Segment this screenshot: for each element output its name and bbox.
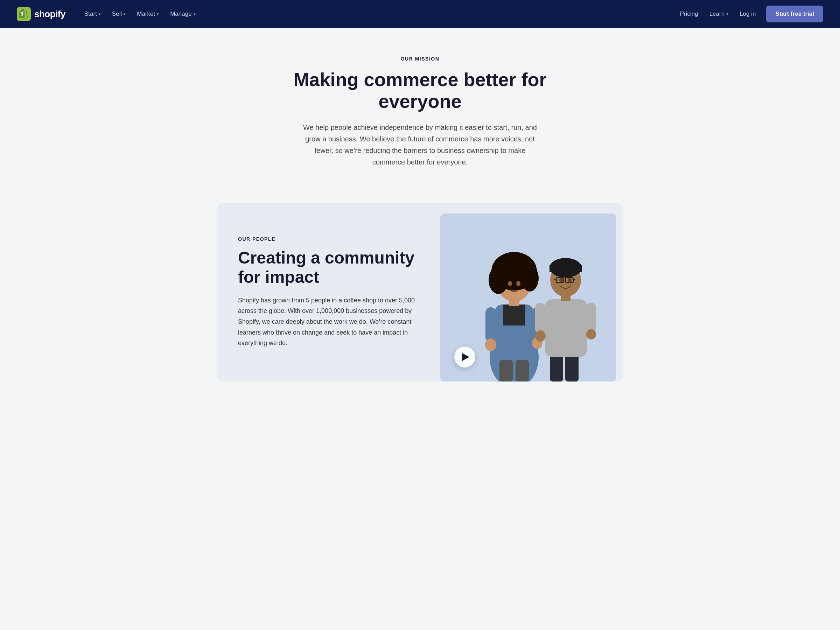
hero-title: Making commerce better for everyone [280, 69, 560, 112]
svg-point-28 [568, 278, 572, 283]
secondary-nav-links: Pricing Learn ▾ Log in Start free trial [675, 6, 823, 22]
logo-text: shopify [34, 9, 65, 20]
people-section: OUR PEOPLE Creating a community for impa… [0, 203, 840, 403]
primary-nav-links: Start ▾ Sell ▾ Market ▾ Manage ▾ [79, 8, 675, 20]
svg-point-37 [586, 329, 596, 339]
nav-market[interactable]: Market ▾ [132, 8, 164, 20]
people-card: OUR PEOPLE Creating a community for impa… [217, 203, 623, 382]
people-image-wrapper [440, 203, 623, 382]
svg-rect-21 [565, 354, 579, 382]
nav-login[interactable]: Log in [735, 8, 761, 20]
hero-subtitle: We help people achieve independence by m… [301, 122, 539, 168]
nav-sell[interactable]: Sell ▾ [107, 8, 131, 20]
people-photo [440, 213, 616, 382]
learn-chevron-icon: ▾ [726, 12, 728, 16]
nav-start[interactable]: Start ▾ [79, 8, 106, 20]
people-content: OUR PEOPLE Creating a community for impa… [217, 203, 440, 382]
svg-rect-22 [545, 299, 587, 357]
svg-rect-20 [550, 354, 563, 382]
svg-rect-35 [586, 303, 596, 333]
people-title: Creating a community for impact [238, 248, 419, 287]
svg-point-10 [495, 257, 516, 275]
svg-point-13 [516, 281, 521, 286]
svg-rect-14 [485, 307, 496, 342]
svg-rect-18 [499, 360, 513, 382]
sell-chevron-icon: ▾ [123, 12, 126, 16]
shopify-logo-icon [17, 7, 31, 21]
nav-learn[interactable]: Learn ▾ [704, 8, 733, 20]
market-chevron-icon: ▾ [157, 12, 159, 16]
svg-rect-26 [549, 265, 582, 272]
navigation: shopify Start ▾ Sell ▾ Market ▾ Manage ▾… [0, 0, 840, 28]
logo-link[interactable]: shopify [17, 7, 65, 21]
svg-point-16 [485, 338, 496, 351]
play-button[interactable] [454, 346, 475, 368]
hero-label: OUR MISSION [7, 56, 833, 62]
svg-point-11 [513, 257, 533, 273]
hero-section: OUR MISSION Making commerce better for e… [0, 28, 840, 203]
svg-point-27 [559, 278, 564, 283]
play-icon [462, 353, 469, 361]
nav-manage[interactable]: Manage ▾ [165, 8, 200, 20]
start-free-trial-button[interactable]: Start free trial [766, 6, 823, 22]
svg-point-36 [535, 330, 546, 342]
manage-chevron-icon: ▾ [194, 12, 196, 16]
start-chevron-icon: ▾ [99, 12, 101, 16]
svg-rect-19 [516, 360, 529, 382]
people-label: OUR PEOPLE [238, 236, 419, 242]
svg-point-12 [508, 281, 512, 286]
people-body: Shopify has grown from 5 people in a cof… [238, 295, 419, 349]
svg-rect-34 [535, 303, 546, 334]
svg-rect-4 [503, 305, 525, 325]
nav-pricing[interactable]: Pricing [675, 8, 703, 20]
